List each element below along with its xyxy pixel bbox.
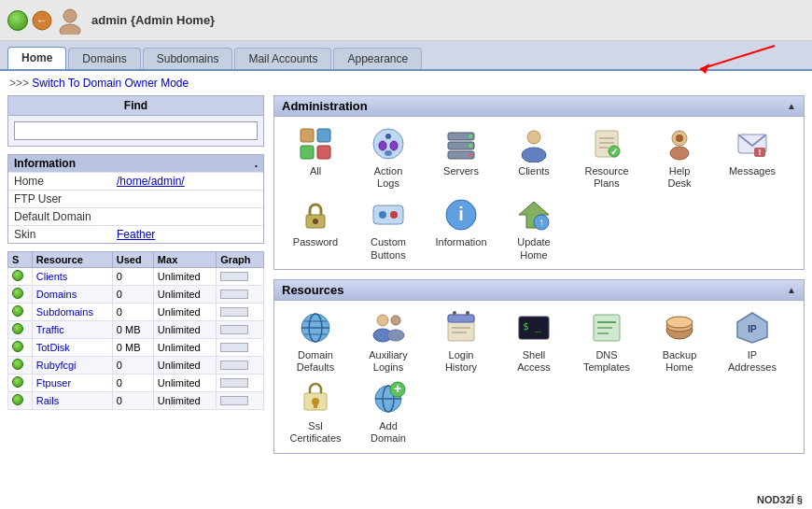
find-input[interactable]	[14, 121, 258, 140]
row-max: Unlimited	[153, 304, 216, 321]
icon-label-auxiliary-logins: AuxiliaryLogins	[369, 349, 408, 374]
switch-mode-link[interactable]: Switch To Domain Owner Mode	[32, 77, 189, 90]
admin-icon-auxiliary-logins[interactable]: AuxiliaryLogins	[355, 308, 422, 374]
resources-icons-grid: DomainDefaults AuxiliaryLogins LoginHist…	[274, 301, 804, 453]
info-header-dot: .	[255, 157, 258, 170]
row-used: 0	[112, 375, 153, 392]
icon-label-shell-access: ShellAccess	[517, 349, 550, 374]
col-header-max: Max	[153, 252, 216, 268]
row-graph	[217, 339, 264, 357]
admin-panel-collapse[interactable]: ▲	[787, 101, 796, 111]
icon-label-ssl-certificates: SslCertificates	[289, 420, 341, 445]
row-resource[interactable]: Clients	[32, 268, 112, 286]
admin-icon-backup-home[interactable]: BackupHome	[646, 308, 713, 374]
row-max: Unlimited	[153, 286, 216, 304]
row-status	[8, 268, 33, 286]
row-resource[interactable]: Traffic	[32, 321, 112, 339]
status-dot	[12, 359, 23, 370]
icon-label-dns-templates: DNSTemplates	[583, 349, 630, 374]
svg-text:!: !	[759, 148, 762, 157]
admin-icon-update-home[interactable]: ↑ UpdateHome	[500, 195, 567, 261]
admin-icon-ip-addresses[interactable]: IP IPAddresses	[719, 308, 786, 374]
resource-table: S Resource Used Max Graph Clients 0 Unli…	[7, 251, 264, 410]
table-row: Domains 0 Unlimited	[8, 286, 264, 304]
row-resource[interactable]: TotDisk	[32, 339, 112, 357]
right-panel: Administration ▲ All ActionLogs Servers …	[273, 95, 805, 463]
icon-image-shell-access: $ _	[514, 308, 553, 347]
tab-home[interactable]: Home	[7, 47, 66, 69]
icon-image-resource-plans: ✓	[587, 124, 626, 163]
icon-image-clients	[514, 124, 553, 163]
admin-icon-messages[interactable]: ! Messages	[719, 124, 786, 190]
row-graph	[217, 286, 264, 304]
tab-subdomains[interactable]: Subdomains	[143, 48, 233, 69]
info-value-home[interactable]: /home/admin/	[117, 175, 185, 188]
admin-icon-login-history[interactable]: LoginHistory	[427, 308, 495, 374]
row-used: 0	[112, 286, 153, 304]
admin-icon-ssl-certificates[interactable]: SslCertificates	[282, 379, 349, 445]
admin-icon-custom-buttons[interactable]: CustomButtons	[355, 195, 422, 261]
admin-icon-help-desk[interactable]: HelpDesk	[646, 124, 713, 190]
admin-icon-shell-access[interactable]: $ _ ShellAccess	[500, 308, 567, 374]
admin-panel-title: Administration	[282, 99, 368, 113]
row-resource[interactable]: Rubyfcgi	[32, 357, 112, 375]
left-panel: Find Information . Home /home/admin/ FTP…	[7, 95, 264, 463]
row-resource[interactable]: Subdomains	[32, 304, 112, 321]
row-status	[8, 357, 33, 375]
svg-rect-9	[317, 146, 330, 159]
svg-point-38	[379, 211, 386, 219]
admin-icon-add-domain[interactable]: + AddDomain	[355, 379, 422, 445]
status-dot	[12, 323, 23, 334]
row-graph	[217, 375, 264, 392]
admin-icon-password[interactable]: Password	[282, 195, 349, 261]
svg-point-57	[466, 311, 469, 315]
svg-point-12	[379, 141, 386, 150]
admin-icon-action-logs[interactable]: ActionLogs	[355, 124, 422, 190]
col-header-resource: Resource	[32, 252, 112, 268]
resources-panel: Resources ▲ DomainDefaults AuxiliaryLogi…	[273, 279, 805, 454]
main-content: Find Information . Home /home/admin/ FTP…	[0, 95, 812, 463]
admin-icon-all[interactable]: All	[282, 124, 349, 190]
row-resource[interactable]: Ftpuser	[32, 375, 112, 392]
back-icon[interactable]: ←	[32, 10, 52, 31]
resources-panel-header: Resources ▲	[274, 280, 804, 301]
tab-mail-accounts[interactable]: Mail Accounts	[234, 48, 331, 69]
svg-rect-73	[314, 403, 317, 408]
svg-point-20	[469, 153, 472, 157]
row-graph	[217, 392, 264, 410]
col-header-s: S	[8, 252, 33, 268]
info-value-skin[interactable]: Feather	[117, 228, 155, 241]
svg-point-14	[385, 150, 392, 156]
icon-image-ip-addresses: IP	[733, 308, 772, 347]
icon-image-all	[296, 124, 335, 163]
top-bar: ← admin {Admin Home}	[0, 0, 812, 41]
row-resource[interactable]: Rails	[32, 392, 112, 410]
icon-image-login-history	[441, 308, 481, 347]
admin-panel-header: Administration ▲	[274, 96, 804, 117]
row-used: 0	[112, 304, 153, 321]
row-status	[8, 286, 33, 304]
resources-panel-collapse[interactable]: ▲	[787, 285, 796, 295]
admin-icon-dns-templates[interactable]: DNSTemplates	[573, 308, 640, 374]
svg-point-39	[390, 211, 398, 219]
admin-icon-servers[interactable]: Servers	[427, 124, 495, 190]
icon-image-action-logs	[369, 124, 408, 163]
info-row-ftp: FTP User	[8, 190, 263, 207]
svg-point-56	[453, 311, 456, 315]
admin-icon-resource-plans[interactable]: ✓ ResourcePlans	[573, 124, 640, 190]
row-graph	[217, 321, 264, 339]
row-graph	[217, 304, 264, 321]
row-resource[interactable]: Domains	[32, 286, 112, 304]
user-avatar-icon	[56, 7, 84, 35]
svg-point-31	[676, 134, 683, 142]
row-used: 0	[112, 357, 153, 375]
tab-appearance[interactable]: Appearance	[333, 48, 422, 69]
admin-icon-domain-defaults[interactable]: DomainDefaults	[282, 308, 349, 374]
row-used: 0	[112, 392, 153, 410]
icon-label-action-logs: ActionLogs	[374, 165, 403, 190]
icon-image-domain-defaults	[296, 308, 335, 347]
tab-domains[interactable]: Domains	[68, 48, 140, 69]
admin-icon-information[interactable]: i Information	[427, 195, 495, 261]
admin-icon-clients[interactable]: Clients	[500, 124, 567, 190]
row-used: 0 MB	[112, 339, 153, 357]
